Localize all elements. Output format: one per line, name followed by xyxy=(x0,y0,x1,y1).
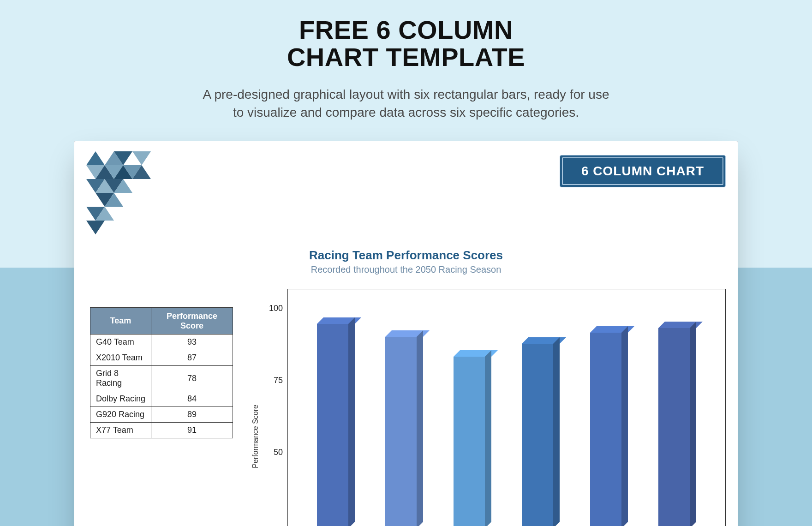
triangle-logo-icon xyxy=(86,151,183,244)
cell-score: 87 xyxy=(151,350,233,366)
cell-team: G40 Team xyxy=(90,335,151,350)
chart-area: Performance Score 100 75 50 xyxy=(251,289,726,526)
table-header-team: Team xyxy=(90,308,151,335)
page-title-line1: FREE 6 COLUMN xyxy=(299,15,513,44)
page-subtitle-line2: to visualize and compare data across six… xyxy=(233,105,579,120)
cell-score: 91 xyxy=(151,423,233,438)
table-header-row: Team Performance Score xyxy=(90,308,233,335)
y-axis: 100 75 50 xyxy=(263,289,287,526)
table-row: Dolby Racing 84 xyxy=(90,391,233,407)
y-tick-50: 50 xyxy=(274,447,283,457)
svg-marker-18 xyxy=(86,221,105,234)
cell-team: Grid 8 Racing xyxy=(90,366,151,391)
chart-type-badge: 6 COLUMN CHART xyxy=(560,155,726,187)
bar xyxy=(658,328,696,526)
cell-team: G920 Racing xyxy=(90,407,151,423)
bar xyxy=(385,337,423,526)
page-title-line2: CHART TEMPLATE xyxy=(287,42,525,72)
cell-team: X77 Team xyxy=(90,423,151,438)
chart-subtitle: Recorded throughout the 2050 Racing Seas… xyxy=(86,264,726,275)
cell-team: X2010 Team xyxy=(90,350,151,366)
table-row: G40 Team 93 xyxy=(90,335,233,350)
sheet-header: 6 COLUMN CHART xyxy=(86,151,726,244)
bar xyxy=(317,324,355,526)
svg-marker-0 xyxy=(86,151,105,165)
template-sheet: 6 COLUMN CHART Racing Team Performance S… xyxy=(74,141,738,526)
table-row: X2010 Team 87 xyxy=(90,350,233,366)
chart-title: Racing Team Performance Scores xyxy=(86,248,726,263)
page-subtitle: A pre-designed graphical layout with six… xyxy=(0,85,812,121)
y-tick-75: 75 xyxy=(274,375,283,385)
cell-score: 84 xyxy=(151,391,233,407)
table-row: X77 Team 91 xyxy=(90,423,233,438)
plot-region xyxy=(287,289,726,526)
cell-score: 89 xyxy=(151,407,233,423)
y-axis-label: Performance Score xyxy=(251,405,260,468)
y-tick-100: 100 xyxy=(269,303,283,313)
data-table: Team Performance Score G40 Team 93 X2010… xyxy=(90,307,233,438)
chart-type-badge-label: 6 COLUMN CHART xyxy=(562,157,723,185)
cell-score: 78 xyxy=(151,366,233,391)
page-title: FREE 6 COLUMN CHART TEMPLATE xyxy=(0,17,812,71)
sheet-body: Team Performance Score G40 Team 93 X2010… xyxy=(86,289,726,526)
bar-group xyxy=(288,289,725,526)
page-subtitle-line1: A pre-designed graphical layout with six… xyxy=(203,87,609,102)
bar xyxy=(522,344,560,526)
cell-score: 93 xyxy=(151,335,233,350)
svg-marker-8 xyxy=(132,151,151,165)
cell-team: Dolby Racing xyxy=(90,391,151,407)
bar xyxy=(454,357,491,526)
table-row: Grid 8 Racing 78 xyxy=(90,366,233,391)
bar xyxy=(590,333,628,526)
table-header-score: Performance Score xyxy=(151,308,233,335)
table-row: G920 Racing 89 xyxy=(90,407,233,423)
